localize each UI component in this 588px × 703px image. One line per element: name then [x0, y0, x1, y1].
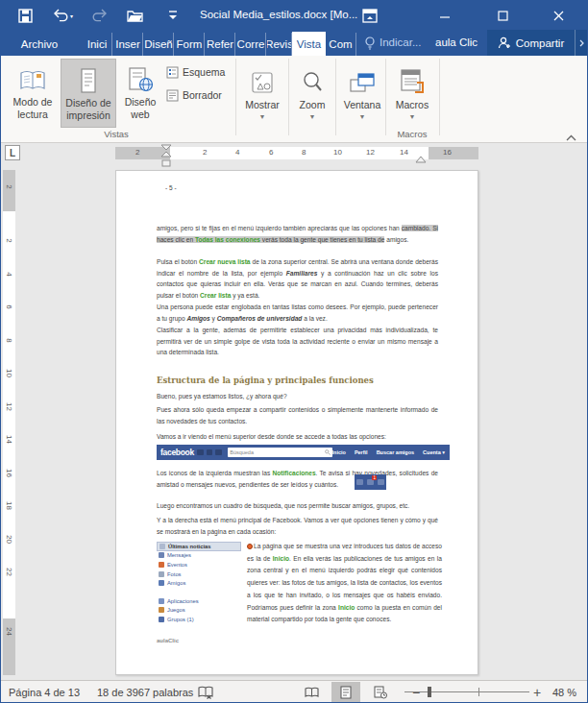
document-page[interactable]: - 5 - amigos, pero si te fijas en el men…	[115, 170, 478, 675]
document-heading: Estructura de la página y principales fu…	[157, 376, 374, 385]
draft-view-button[interactable]: Borrador	[166, 85, 222, 105]
facebook-logo: facebook	[160, 448, 194, 457]
tab-revisar[interactable]: Revis	[267, 33, 292, 56]
paragraph: Clasificar a la gente, además de permiti…	[157, 325, 438, 358]
macros-label: Macros	[396, 99, 429, 110]
paragraph: Los iconos de la izquierda muestran las …	[157, 468, 438, 490]
window-label: Ventana	[344, 99, 381, 110]
web-layout-view-button[interactable]	[366, 682, 395, 703]
proofing-errors-button[interactable]	[198, 681, 213, 703]
print-layout-icon	[76, 60, 101, 94]
tab-diseno[interactable]: Diseñ	[144, 33, 174, 56]
undo-dropdown-caret[interactable]: ▾	[70, 12, 73, 19]
customize-quick-access-toolbar-button[interactable]	[162, 6, 184, 25]
read-mode-icon	[305, 687, 319, 698]
open-button[interactable]	[124, 6, 145, 25]
tab-correspondencia[interactable]: Corre	[236, 33, 266, 56]
window-icon	[349, 59, 376, 95]
tab-scroll-right-button[interactable]	[575, 30, 588, 56]
outline-icon	[166, 66, 179, 79]
print-layout-icon	[340, 686, 352, 699]
title-bar[interactable]: ▾ Social Media_estilos.docx [Mo...	[1, 1, 587, 30]
read-mode-button[interactable]: Modo de lectura	[7, 59, 59, 128]
show-label: Mostrar	[245, 99, 280, 110]
tab-stop-selector[interactable]: L	[5, 145, 20, 160]
indent-markers[interactable]	[160, 144, 172, 173]
facebook-menu-image: Últimas noticias Mensajes Eventos Fotos …	[157, 542, 241, 624]
print-layout-button[interactable]: Diseño de impresión	[61, 59, 116, 128]
zoom-slider-thumb[interactable]	[428, 687, 431, 697]
print-layout-view-button[interactable]	[331, 682, 360, 703]
paragraph: Pues ahora sólo queda empezar a comparti…	[157, 404, 438, 426]
vertical-ruler[interactable]: 2 2 4 6 8 10 12 14 16 18 20 22 24	[3, 170, 15, 675]
friend-requests-icon	[356, 479, 363, 485]
share-person-icon	[498, 36, 511, 49]
right-indent-marker[interactable]	[415, 151, 427, 168]
fb-menu-item: Amigos	[157, 578, 241, 588]
save-button[interactable]	[14, 6, 36, 25]
tab-archivo[interactable]: Archivo	[9, 33, 70, 56]
page-number-header: - 5 -	[165, 184, 177, 191]
show-icon	[250, 59, 275, 95]
games-icon	[159, 607, 164, 613]
read-mode-view-button[interactable]	[297, 682, 326, 703]
open-folder-icon	[127, 9, 143, 22]
tell-me-box[interactable]: Indicar...	[380, 36, 421, 48]
zoom-caret-icon: ▼	[309, 113, 316, 120]
word-count[interactable]: 18 de 3967 palabras	[97, 681, 193, 703]
redo-button[interactable]	[87, 6, 109, 25]
web-layout-button[interactable]: Diseño web	[118, 59, 162, 128]
window-group-button[interactable]: Ventana ▼	[339, 59, 385, 133]
page-indicator[interactable]: Página 4 de 13	[9, 681, 80, 703]
paragraph: Luego encontramos un cuadro de búsqueda,…	[157, 500, 438, 512]
show-group-button[interactable]: Mostrar ▼	[239, 59, 285, 133]
paragraph: amigos, pero si te fijas en el menú izqu…	[157, 223, 438, 245]
fb-menu-item: Grupos (1)	[157, 615, 241, 624]
zoom-level[interactable]: 48 %	[552, 681, 576, 703]
customize-toolbar-icon	[168, 10, 178, 21]
notifications-icon	[215, 449, 222, 455]
paragraph: Bueno, pues ya estamos listos, ¿y ahora …	[157, 391, 438, 402]
paragraph: Vamos a ir viendo el menú superior desde…	[157, 431, 438, 443]
save-icon	[18, 9, 33, 23]
proofing-book-icon	[198, 686, 213, 699]
tab-complementos[interactable]: Com	[326, 33, 356, 56]
web-layout-icon	[127, 59, 154, 93]
macros-button[interactable]: Macros ▼	[389, 59, 435, 133]
notifications-icons-image: 1	[355, 474, 386, 490]
notifications-icon	[378, 479, 384, 485]
friends-icon	[159, 580, 164, 586]
tab-formato[interactable]: Form	[175, 33, 205, 56]
undo-button[interactable]: ▾	[49, 6, 78, 25]
web-layout-icon	[374, 686, 387, 699]
tab-referencias[interactable]: Refer	[206, 33, 235, 56]
share-button[interactable]: Compartir	[487, 30, 575, 56]
tell-me-lightbulb-icon	[364, 36, 376, 54]
tab-vista[interactable]: Vista	[292, 32, 326, 56]
maximize-button[interactable]	[481, 1, 524, 30]
messages-icon: 1	[367, 479, 374, 485]
tab-inicio[interactable]: Inici	[83, 33, 112, 56]
ribbon-display-options-button[interactable]	[359, 6, 380, 25]
news-icon	[159, 544, 165, 549]
paragraph: Una persona puede estar englobada en tan…	[157, 302, 438, 324]
window-title: Social Media_estilos.docx [Mo...	[200, 9, 357, 20]
fb-menu-item: Fotos	[157, 570, 241, 579]
close-button[interactable]	[537, 1, 579, 30]
paragraph: La página que se muestra una vez introdu…	[247, 541, 442, 626]
minimize-button[interactable]	[424, 1, 466, 30]
facebook-link-cuenta: Cuenta ▾	[423, 449, 445, 455]
zoom-group-button[interactable]: Zoom ▼	[292, 59, 332, 133]
share-label: Compartir	[516, 37, 564, 49]
page-footer: aulaClic	[157, 638, 179, 643]
zoom-in-button[interactable]: +	[533, 681, 541, 703]
account-name[interactable]: aula Clic	[435, 36, 478, 48]
show-caret-icon: ▼	[259, 113, 266, 120]
macros-caret-icon: ▼	[409, 113, 416, 120]
macros-icon	[398, 59, 427, 95]
zoom-icon	[301, 59, 324, 95]
zoom-slider-track[interactable]	[404, 691, 529, 692]
search-icon	[325, 449, 331, 455]
tab-insertar[interactable]: Inser	[113, 33, 143, 56]
outline-view-button[interactable]: Esquema	[166, 62, 225, 82]
